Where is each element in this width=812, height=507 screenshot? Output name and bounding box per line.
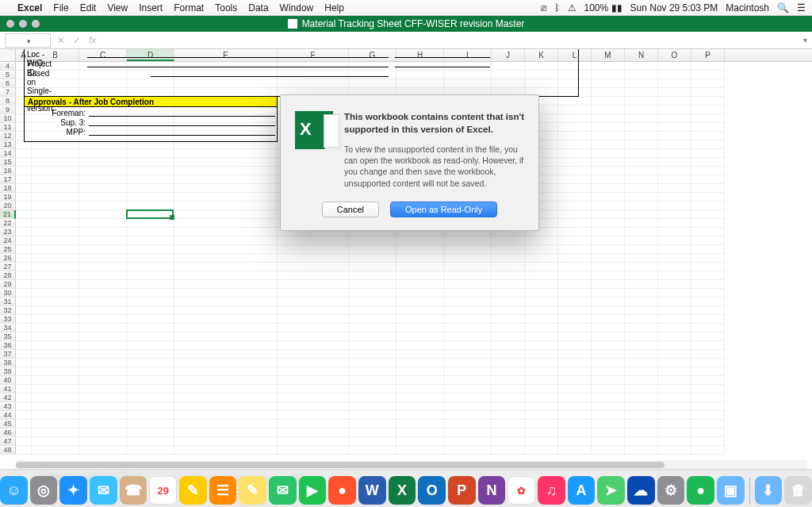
row-header-27[interactable]: 27 <box>0 263 16 271</box>
row-header-24[interactable]: 24 <box>0 236 16 245</box>
dock-calendar-icon[interactable]: 29 <box>149 476 177 505</box>
row-header-22[interactable]: 22 <box>0 219 16 228</box>
row-header-11[interactable]: 11 <box>0 123 16 132</box>
row-header-26[interactable]: 26 <box>0 254 16 263</box>
row-header-20[interactable]: 20 <box>0 202 16 210</box>
dock-mail-icon[interactable]: ✉ <box>90 476 117 505</box>
menu-file[interactable]: File <box>53 2 68 13</box>
row-header-33[interactable]: 33 <box>0 315 16 324</box>
col-header-M[interactable]: M <box>592 49 625 61</box>
clock[interactable]: Sun Nov 29 5:03 PM <box>630 2 718 13</box>
row-header-37[interactable]: 37 <box>0 350 16 359</box>
dock-powerpoint-icon[interactable]: P <box>448 476 476 505</box>
row-header-19[interactable]: 19 <box>0 193 16 202</box>
cancel-formula-icon[interactable]: ✕ <box>56 35 67 46</box>
menu-help[interactable]: Help <box>324 2 344 13</box>
row-header-29[interactable]: 29 <box>0 280 16 289</box>
row-header-21[interactable]: 21 <box>0 210 16 219</box>
row-header-41[interactable]: 41 <box>0 385 16 394</box>
col-header-P[interactable]: P <box>691 49 725 61</box>
hostname[interactable]: Macintosh <box>726 2 769 13</box>
accept-formula-icon[interactable]: ✓ <box>71 35 82 46</box>
notification-center-icon[interactable]: ☰ <box>797 2 806 13</box>
row-header-5[interactable]: 5 <box>0 71 16 79</box>
dock-safari-icon[interactable]: ✦ <box>59 476 87 505</box>
menu-tools[interactable]: Tools <box>215 2 237 13</box>
row-header-12[interactable]: 12 <box>0 132 16 140</box>
dock-facetime-icon[interactable]: ▶ <box>299 476 327 505</box>
dock-spotify-icon[interactable]: ● <box>687 476 714 505</box>
dock-appstore-icon[interactable]: A <box>568 476 596 505</box>
row-header-6[interactable]: 6 <box>0 79 16 88</box>
row-header-38[interactable]: 38 <box>0 359 16 367</box>
row-header-8[interactable]: 8 <box>0 97 16 106</box>
dock-notes1-icon[interactable]: ✎ <box>179 476 207 505</box>
dock-notes2-icon[interactable]: ✎ <box>239 476 266 505</box>
menu-insert[interactable]: Insert <box>139 2 163 13</box>
row-header-23[interactable]: 23 <box>0 228 16 236</box>
row-header-9[interactable]: 9 <box>0 106 16 114</box>
dock-folder-icon[interactable]: ▣ <box>717 476 745 505</box>
col-header-N[interactable]: N <box>625 49 658 61</box>
open-read-only-button[interactable]: Open as Read-Only <box>390 202 497 217</box>
dock-photos-icon[interactable]: ✿ <box>508 476 535 505</box>
row-header-4[interactable]: 4 <box>0 62 16 71</box>
menu-view[interactable]: View <box>107 2 128 13</box>
dock-trash-icon[interactable]: 🗑 <box>784 476 812 505</box>
row-header-35[interactable]: 35 <box>0 332 16 341</box>
row-header-28[interactable]: 28 <box>0 271 16 280</box>
row-header-43[interactable]: 43 <box>0 402 16 411</box>
row-header-44[interactable]: 44 <box>0 411 16 420</box>
row-header-16[interactable]: 16 <box>0 167 16 175</box>
dock-outlook-icon[interactable]: O <box>418 476 446 505</box>
row-header-18[interactable]: 18 <box>0 184 16 193</box>
row-header-15[interactable]: 15 <box>0 158 16 167</box>
fill-handle[interactable] <box>170 215 174 220</box>
dock-contacts-icon[interactable]: ☎ <box>120 476 147 505</box>
dock-itunes-icon[interactable]: ♫ <box>538 476 565 505</box>
bluetooth-icon[interactable]: ᛒ <box>554 2 560 13</box>
dock-launchpad-icon[interactable]: ◎ <box>30 476 58 505</box>
row-header-13[interactable]: 13 <box>0 140 16 149</box>
row-header-42[interactable]: 42 <box>0 394 16 402</box>
row-header-7[interactable]: 7 <box>0 88 16 97</box>
name-box[interactable] <box>5 33 51 48</box>
dock-maps-icon[interactable]: ➤ <box>597 476 625 505</box>
menu-window[interactable]: Window <box>280 2 314 13</box>
airplay-icon[interactable]: ⎚ <box>541 2 546 13</box>
row-header-25[interactable]: 25 <box>0 245 16 254</box>
wifi-icon[interactable]: ⚠︎ <box>568 2 576 13</box>
fx-label[interactable]: fx <box>87 35 98 46</box>
dock-word-icon[interactable]: W <box>358 476 386 505</box>
row-header-47[interactable]: 47 <box>0 437 16 446</box>
dock-onenote-icon[interactable]: N <box>478 476 506 505</box>
row-header-32[interactable]: 32 <box>0 306 16 315</box>
row-header-45[interactable]: 45 <box>0 420 16 428</box>
row-header-31[interactable]: 31 <box>0 298 16 306</box>
row-header-30[interactable]: 30 <box>0 289 16 298</box>
col-header-O[interactable]: O <box>658 49 691 61</box>
battery-status[interactable]: 100% ▮▮ <box>584 2 622 13</box>
active-cell[interactable] <box>126 209 174 219</box>
row-header-46[interactable]: 46 <box>0 428 16 437</box>
row-header-36[interactable]: 36 <box>0 341 16 350</box>
expand-formula-icon[interactable]: ▾ <box>803 36 807 44</box>
menu-data[interactable]: Data <box>248 2 268 13</box>
row-header-40[interactable]: 40 <box>0 376 16 385</box>
dock-excel-icon[interactable]: X <box>389 476 416 505</box>
row-header-14[interactable]: 14 <box>0 149 16 158</box>
dock-photobooth-icon[interactable]: ● <box>328 476 356 505</box>
row-header-48[interactable]: 48 <box>0 446 16 455</box>
dock-reminders-icon[interactable]: ☰ <box>209 476 237 505</box>
cancel-button[interactable]: Cancel <box>322 202 379 217</box>
row-header-10[interactable]: 10 <box>0 114 16 123</box>
dock-downloads-icon[interactable]: ⬇ <box>755 476 783 505</box>
dock-onedrive-icon[interactable]: ☁ <box>627 476 655 505</box>
traffic-lights[interactable] <box>6 20 40 28</box>
row-header-17[interactable]: 17 <box>0 175 16 184</box>
row-header-34[interactable]: 34 <box>0 324 16 332</box>
app-menu[interactable]: Excel <box>17 2 42 13</box>
dock-finder-icon[interactable]: ☺ <box>0 476 28 505</box>
row-header-39[interactable]: 39 <box>0 367 16 376</box>
dock-prefs-icon[interactable]: ⚙ <box>657 476 685 505</box>
